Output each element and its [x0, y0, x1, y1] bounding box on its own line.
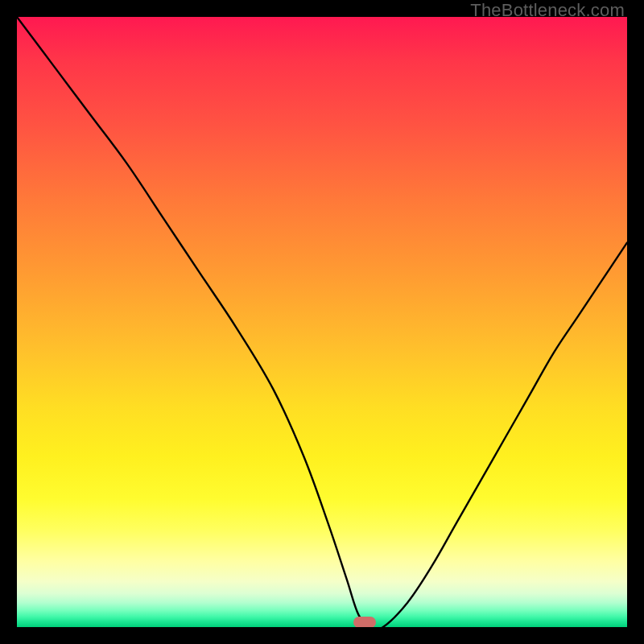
chart-frame [17, 17, 627, 627]
optimal-point-marker [353, 617, 376, 627]
watermark-text: TheBottleneck.com [470, 0, 625, 21]
bottleneck-curve [17, 17, 627, 627]
